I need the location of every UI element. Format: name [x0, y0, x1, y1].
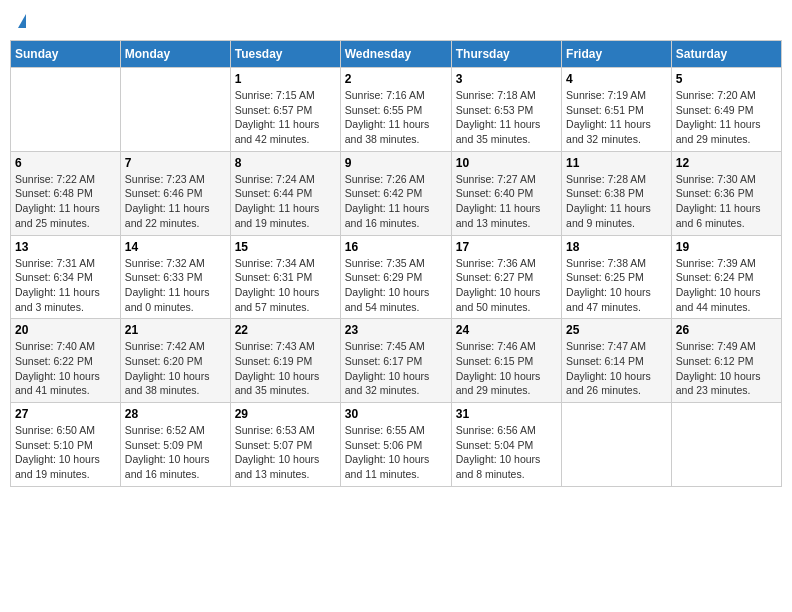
calendar-week-row: 13Sunrise: 7:31 AMSunset: 6:34 PMDayligh…	[11, 235, 782, 319]
calendar-cell: 24Sunrise: 7:46 AMSunset: 6:15 PMDayligh…	[451, 319, 561, 403]
calendar-cell: 8Sunrise: 7:24 AMSunset: 6:44 PMDaylight…	[230, 151, 340, 235]
day-detail: Sunrise: 7:49 AMSunset: 6:12 PMDaylight:…	[676, 339, 777, 398]
calendar-header-thursday: Thursday	[451, 41, 561, 68]
calendar-cell: 9Sunrise: 7:26 AMSunset: 6:42 PMDaylight…	[340, 151, 451, 235]
day-number: 27	[15, 407, 116, 421]
day-number: 8	[235, 156, 336, 170]
calendar-table: SundayMondayTuesdayWednesdayThursdayFrid…	[10, 40, 782, 487]
calendar-header-wednesday: Wednesday	[340, 41, 451, 68]
calendar-cell: 23Sunrise: 7:45 AMSunset: 6:17 PMDayligh…	[340, 319, 451, 403]
day-number: 28	[125, 407, 226, 421]
calendar-header-saturday: Saturday	[671, 41, 781, 68]
calendar-cell: 28Sunrise: 6:52 AMSunset: 5:09 PMDayligh…	[120, 403, 230, 487]
day-detail: Sunrise: 7:38 AMSunset: 6:25 PMDaylight:…	[566, 256, 667, 315]
day-number: 31	[456, 407, 557, 421]
logo	[16, 14, 26, 28]
calendar-cell: 5Sunrise: 7:20 AMSunset: 6:49 PMDaylight…	[671, 68, 781, 152]
day-detail: Sunrise: 7:40 AMSunset: 6:22 PMDaylight:…	[15, 339, 116, 398]
day-number: 25	[566, 323, 667, 337]
day-detail: Sunrise: 7:34 AMSunset: 6:31 PMDaylight:…	[235, 256, 336, 315]
day-number: 20	[15, 323, 116, 337]
day-number: 15	[235, 240, 336, 254]
calendar-cell: 20Sunrise: 7:40 AMSunset: 6:22 PMDayligh…	[11, 319, 121, 403]
calendar-cell: 22Sunrise: 7:43 AMSunset: 6:19 PMDayligh…	[230, 319, 340, 403]
day-number: 16	[345, 240, 447, 254]
calendar-cell: 2Sunrise: 7:16 AMSunset: 6:55 PMDaylight…	[340, 68, 451, 152]
calendar-cell: 15Sunrise: 7:34 AMSunset: 6:31 PMDayligh…	[230, 235, 340, 319]
calendar-cell	[11, 68, 121, 152]
calendar-cell: 21Sunrise: 7:42 AMSunset: 6:20 PMDayligh…	[120, 319, 230, 403]
calendar-cell: 1Sunrise: 7:15 AMSunset: 6:57 PMDaylight…	[230, 68, 340, 152]
calendar-cell: 31Sunrise: 6:56 AMSunset: 5:04 PMDayligh…	[451, 403, 561, 487]
day-detail: Sunrise: 6:50 AMSunset: 5:10 PMDaylight:…	[15, 423, 116, 482]
day-detail: Sunrise: 6:55 AMSunset: 5:06 PMDaylight:…	[345, 423, 447, 482]
day-detail: Sunrise: 7:19 AMSunset: 6:51 PMDaylight:…	[566, 88, 667, 147]
day-detail: Sunrise: 7:26 AMSunset: 6:42 PMDaylight:…	[345, 172, 447, 231]
day-number: 2	[345, 72, 447, 86]
day-detail: Sunrise: 7:39 AMSunset: 6:24 PMDaylight:…	[676, 256, 777, 315]
day-detail: Sunrise: 7:24 AMSunset: 6:44 PMDaylight:…	[235, 172, 336, 231]
calendar-cell: 25Sunrise: 7:47 AMSunset: 6:14 PMDayligh…	[562, 319, 672, 403]
calendar-header-friday: Friday	[562, 41, 672, 68]
day-detail: Sunrise: 7:47 AMSunset: 6:14 PMDaylight:…	[566, 339, 667, 398]
calendar-cell: 29Sunrise: 6:53 AMSunset: 5:07 PMDayligh…	[230, 403, 340, 487]
calendar-cell: 14Sunrise: 7:32 AMSunset: 6:33 PMDayligh…	[120, 235, 230, 319]
day-detail: Sunrise: 7:30 AMSunset: 6:36 PMDaylight:…	[676, 172, 777, 231]
day-detail: Sunrise: 7:31 AMSunset: 6:34 PMDaylight:…	[15, 256, 116, 315]
day-number: 23	[345, 323, 447, 337]
day-detail: Sunrise: 6:56 AMSunset: 5:04 PMDaylight:…	[456, 423, 557, 482]
day-number: 7	[125, 156, 226, 170]
calendar-cell: 19Sunrise: 7:39 AMSunset: 6:24 PMDayligh…	[671, 235, 781, 319]
calendar-header-sunday: Sunday	[11, 41, 121, 68]
day-number: 21	[125, 323, 226, 337]
day-detail: Sunrise: 7:27 AMSunset: 6:40 PMDaylight:…	[456, 172, 557, 231]
calendar-header-monday: Monday	[120, 41, 230, 68]
calendar-week-row: 20Sunrise: 7:40 AMSunset: 6:22 PMDayligh…	[11, 319, 782, 403]
day-detail: Sunrise: 7:45 AMSunset: 6:17 PMDaylight:…	[345, 339, 447, 398]
day-number: 9	[345, 156, 447, 170]
day-number: 11	[566, 156, 667, 170]
day-number: 24	[456, 323, 557, 337]
calendar-cell: 6Sunrise: 7:22 AMSunset: 6:48 PMDaylight…	[11, 151, 121, 235]
day-detail: Sunrise: 7:35 AMSunset: 6:29 PMDaylight:…	[345, 256, 447, 315]
calendar-cell	[120, 68, 230, 152]
day-number: 18	[566, 240, 667, 254]
day-detail: Sunrise: 7:23 AMSunset: 6:46 PMDaylight:…	[125, 172, 226, 231]
day-number: 5	[676, 72, 777, 86]
calendar-cell: 12Sunrise: 7:30 AMSunset: 6:36 PMDayligh…	[671, 151, 781, 235]
day-number: 29	[235, 407, 336, 421]
day-number: 4	[566, 72, 667, 86]
calendar-header-tuesday: Tuesday	[230, 41, 340, 68]
day-detail: Sunrise: 6:53 AMSunset: 5:07 PMDaylight:…	[235, 423, 336, 482]
logo-icon	[18, 14, 26, 28]
day-number: 3	[456, 72, 557, 86]
calendar-week-row: 6Sunrise: 7:22 AMSunset: 6:48 PMDaylight…	[11, 151, 782, 235]
day-detail: Sunrise: 7:46 AMSunset: 6:15 PMDaylight:…	[456, 339, 557, 398]
calendar-cell: 30Sunrise: 6:55 AMSunset: 5:06 PMDayligh…	[340, 403, 451, 487]
day-detail: Sunrise: 6:52 AMSunset: 5:09 PMDaylight:…	[125, 423, 226, 482]
calendar-cell: 27Sunrise: 6:50 AMSunset: 5:10 PMDayligh…	[11, 403, 121, 487]
day-detail: Sunrise: 7:42 AMSunset: 6:20 PMDaylight:…	[125, 339, 226, 398]
calendar-cell: 11Sunrise: 7:28 AMSunset: 6:38 PMDayligh…	[562, 151, 672, 235]
day-number: 6	[15, 156, 116, 170]
day-detail: Sunrise: 7:20 AMSunset: 6:49 PMDaylight:…	[676, 88, 777, 147]
day-detail: Sunrise: 7:15 AMSunset: 6:57 PMDaylight:…	[235, 88, 336, 147]
day-number: 19	[676, 240, 777, 254]
day-number: 22	[235, 323, 336, 337]
calendar-cell: 4Sunrise: 7:19 AMSunset: 6:51 PMDaylight…	[562, 68, 672, 152]
calendar-cell: 10Sunrise: 7:27 AMSunset: 6:40 PMDayligh…	[451, 151, 561, 235]
day-number: 26	[676, 323, 777, 337]
page-header	[10, 10, 782, 32]
calendar-cell: 7Sunrise: 7:23 AMSunset: 6:46 PMDaylight…	[120, 151, 230, 235]
calendar-cell	[562, 403, 672, 487]
day-number: 1	[235, 72, 336, 86]
calendar-header-row: SundayMondayTuesdayWednesdayThursdayFrid…	[11, 41, 782, 68]
day-detail: Sunrise: 7:43 AMSunset: 6:19 PMDaylight:…	[235, 339, 336, 398]
day-number: 17	[456, 240, 557, 254]
day-number: 12	[676, 156, 777, 170]
calendar-cell: 3Sunrise: 7:18 AMSunset: 6:53 PMDaylight…	[451, 68, 561, 152]
calendar-week-row: 1Sunrise: 7:15 AMSunset: 6:57 PMDaylight…	[11, 68, 782, 152]
day-detail: Sunrise: 7:18 AMSunset: 6:53 PMDaylight:…	[456, 88, 557, 147]
day-detail: Sunrise: 7:28 AMSunset: 6:38 PMDaylight:…	[566, 172, 667, 231]
calendar-cell: 17Sunrise: 7:36 AMSunset: 6:27 PMDayligh…	[451, 235, 561, 319]
